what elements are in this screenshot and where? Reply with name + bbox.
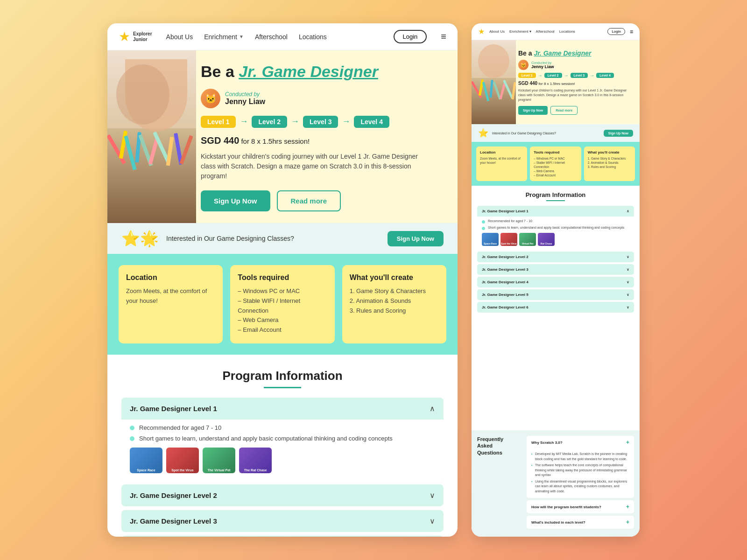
- interest-text: Interested in Our Game Designing Classes…: [166, 235, 380, 242]
- small-readmore-button[interactable]: Read more: [550, 106, 578, 115]
- small-logo-star-icon: ★: [478, 27, 485, 36]
- game-thumb-1-label: Space Race: [130, 469, 162, 472]
- small-accordion-level-6: Jr. Game Designer Level 6 ∨: [477, 302, 634, 313]
- faq-item-2-header[interactable]: How will the program benefit students? +: [527, 500, 634, 513]
- small-levels-row: Level 1 → Level 2 → Level 3 → Level 4: [518, 73, 632, 78]
- small-accordion-level-2-header[interactable]: Jr. Game Designer Level 2 ∨: [477, 252, 634, 262]
- small-nav-enrichment[interactable]: Enrichment ▾: [509, 29, 531, 34]
- small-faq-section: FrequentlyAskedQuestions Why Scratch 3.0…: [472, 430, 640, 537]
- interest-signup-button[interactable]: Sign Up Now: [388, 231, 444, 246]
- small-accordion-level-1: Jr. Game Designer Level 1 ∧ Recommended …: [477, 206, 634, 250]
- small-accordion-level-1-header[interactable]: Jr. Game Designer Level 1 ∧: [477, 206, 634, 217]
- small-accordion-level-3-arrow: ∨: [627, 267, 629, 272]
- game-thumb-3-label: The Virtual Pet: [203, 469, 235, 472]
- tools-card-content: – Windows PC or MAC – Stable WIFI / Inte…: [238, 287, 327, 335]
- level-arrow-3: →: [342, 117, 350, 126]
- faq-item-3: What's included in each level? +: [527, 516, 634, 529]
- small-nav-about[interactable]: About Us: [489, 29, 505, 34]
- small-location-title: Location: [480, 150, 523, 154]
- small-accordion-level-3-label: Jr. Game Designer Level 3: [482, 267, 529, 272]
- price-value: SGD 440: [201, 135, 239, 146]
- small-accordion-age-item: Recommended for aged 7 - 10: [482, 219, 629, 224]
- small-instructor-info: Conducted by Jenny Liaw: [531, 61, 554, 69]
- small-hero-buttons: Sign Up Now Read more: [518, 106, 632, 115]
- accordion-level-4-header[interactable]: Jr. Game Designer Level 4 ∨: [121, 536, 444, 537]
- small-game-thumb-2: Spot the Virus: [500, 233, 517, 246]
- faq-item-2-question: How will the program benefit students?: [531, 505, 601, 509]
- small-game-thumb-1: Space Race: [482, 233, 499, 246]
- accordion-level-3-header[interactable]: Jr. Game Designer Level 3 ∨: [121, 510, 444, 532]
- nav-about[interactable]: About Us: [166, 33, 193, 41]
- accordion-level-1: Jr. Game Designer Level 1 ∧ Recommended …: [121, 398, 444, 481]
- small-signup-button[interactable]: Sign Up Now: [518, 106, 548, 115]
- faq-item-1-question: Why Scratch 3.0?: [531, 441, 563, 445]
- small-instructor-row: 🐱 Conducted by Jenny Liaw: [518, 60, 632, 70]
- small-nav-links: About Us Enrichment ▾ Afterschool Locati…: [489, 29, 603, 34]
- small-accordion-level-6-header[interactable]: Jr. Game Designer Level 6 ∨: [477, 302, 634, 313]
- small-hero-title: Be a Jr. Game Designer: [518, 49, 632, 57]
- small-accordion-level-2-label: Jr. Game Designer Level 2: [482, 255, 529, 259]
- small-accordion-level-5-label: Jr. Game Designer Level 5: [482, 293, 529, 297]
- small-nav-locations[interactable]: Locations: [559, 29, 575, 34]
- small-interest-signup-button[interactable]: Sign Up Now: [604, 130, 633, 137]
- small-accordion-age-text: Recommended for aged 7 - 10: [488, 219, 532, 223]
- create-card-content: 1. Game Story & Characters 2. Animation …: [350, 287, 439, 315]
- small-section-divider: [546, 200, 565, 201]
- small-login-button[interactable]: Login: [607, 28, 625, 35]
- small-accordion-level-1-content: Recommended for aged 7 - 10 Short games …: [477, 217, 634, 250]
- faq-title: FrequentlyAskedQuestions: [477, 436, 519, 456]
- accordion-age-item: Recommended for aged 7 - 10: [130, 424, 435, 431]
- instructor-info: Conducted by Jenny Liaw: [225, 91, 265, 106]
- small-program-info-title: Program Information: [477, 191, 634, 198]
- nav-afterschool[interactable]: Afterschool: [255, 33, 288, 41]
- accordion-level-1-content: Recommended for aged 7 - 10 Short games …: [121, 420, 444, 481]
- small-accordion-level-2-arrow: ∨: [627, 255, 629, 259]
- level-4-badge: Level 4: [354, 116, 389, 128]
- small-level-1-badge: Level 1: [518, 73, 536, 78]
- accordion-level-3-arrow: ∨: [430, 517, 435, 525]
- hero-readmore-button[interactable]: Read more: [277, 190, 341, 211]
- location-card-title: Location: [126, 273, 215, 282]
- info-card-tools: Tools required – Windows PC or MAC – Sta…: [230, 265, 334, 343]
- hero-title: Be a Jr. Game Designer: [201, 62, 439, 81]
- small-accordion-level-4-arrow: ∨: [627, 280, 629, 284]
- small-tools-title: Tools required: [534, 150, 577, 154]
- small-accordion-level-5-header[interactable]: Jr. Game Designer Level 5 ∨: [477, 289, 634, 300]
- hero-signup-button[interactable]: Sign Up Now: [201, 190, 270, 211]
- faq-item-1-header[interactable]: Why Scratch 3.0? +: [527, 436, 634, 449]
- accordion-level-1-label: Jr. Game Designer Level 1: [130, 405, 217, 413]
- faq-item-1-toggle: +: [626, 439, 629, 446]
- small-accordion-level-4-header[interactable]: Jr. Game Designer Level 4 ∨: [477, 277, 634, 287]
- price-suffix: for 8 x 1.5hrs session!: [241, 137, 310, 145]
- faq-item-3-toggle: +: [626, 519, 629, 525]
- faq-item-1: Why Scratch 3.0? + Developed by MIT Medi…: [527, 436, 634, 498]
- small-accordion-level-5: Jr. Game Designer Level 5 ∨: [477, 289, 634, 300]
- small-price-value: SGD 440: [518, 81, 537, 86]
- small-instructor-name: Jenny Liaw: [531, 64, 554, 69]
- nav-locations[interactable]: Locations: [299, 33, 327, 41]
- accordion-level-1-header[interactable]: Jr. Game Designer Level 1 ∧: [121, 398, 444, 420]
- small-accordion-desc-item: Short games to learn, understand and app…: [482, 226, 629, 230]
- info-card-create: What you'll create 1. Game Story & Chara…: [342, 265, 446, 343]
- small-navbar: ★ About Us Enrichment ▾ Afterschool Loca…: [472, 23, 640, 40]
- accordion-level-2-header[interactable]: Jr. Game Designer Level 2 ∨: [121, 484, 444, 506]
- hamburger-icon[interactable]: ≡: [441, 31, 446, 42]
- small-accordion-level-3-header[interactable]: Jr. Game Designer Level 3 ∨: [477, 264, 634, 275]
- small-bullet-dot-2: [482, 227, 485, 230]
- small-accordion-level-4: Jr. Game Designer Level 4 ∨: [477, 277, 634, 287]
- info-cards: Location Zoom Meets, at the comfort of y…: [107, 254, 458, 355]
- section-divider: [264, 387, 301, 388]
- small-game-thumb-4: Rat Chase: [538, 233, 555, 246]
- small-nav-afterschool[interactable]: Afterschool: [536, 29, 555, 34]
- conducted-by-label: Conducted by: [225, 91, 265, 98]
- faq-item-1-content: Developed by MIT Media Lab, Scratch is t…: [527, 449, 634, 498]
- login-button[interactable]: Login: [394, 30, 427, 43]
- navbar: ★ Explorer Junior About Us Enrichment ▼ …: [107, 23, 458, 50]
- nav-enrichment[interactable]: Enrichment ▼: [204, 33, 244, 41]
- create-card-title: What you'll create: [350, 273, 439, 282]
- small-hamburger-icon[interactable]: ≡: [630, 28, 633, 35]
- small-interest-text: Interested in Our Game Designing Classes…: [492, 132, 600, 135]
- interest-banner: ⭐🌟 Interested in Our Game Designing Clas…: [107, 223, 458, 254]
- small-accordion-level-1-label: Jr. Game Designer Level 1: [482, 209, 529, 213]
- faq-item-3-header[interactable]: What's included in each level? +: [527, 516, 634, 529]
